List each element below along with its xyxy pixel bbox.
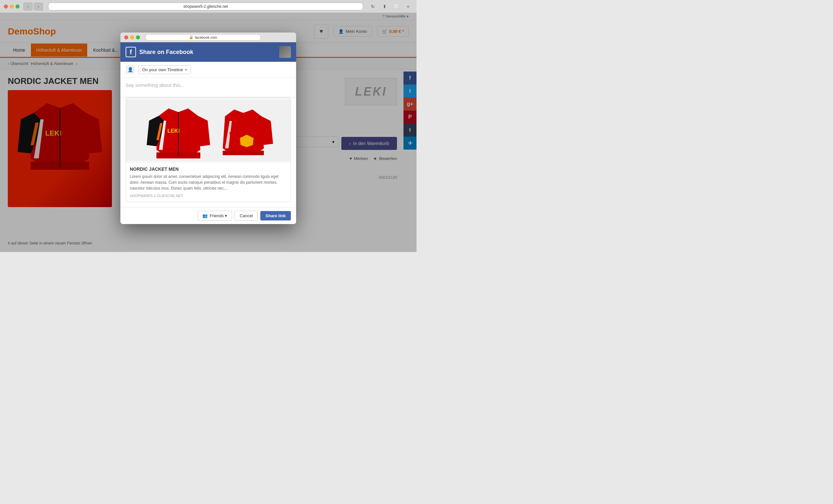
fb-friends-button[interactable]: 👥 Friends ▾ [197,211,232,221]
minimize-dot[interactable] [10,4,14,8]
timeline-label: On your own Timeline [142,67,183,72]
maximize-dot[interactable] [16,4,20,8]
mac-minimize-dot[interactable] [130,35,134,39]
product-card-body: NORDIC JACKET MEN Lorem ipsum dolor sit … [126,162,291,202]
friends-icon: 👥 [203,213,208,218]
fb-share-button[interactable]: Share link [260,211,291,221]
fb-cancel-button[interactable]: Cancel [235,211,257,221]
product-card-illustration: LEKI [126,98,291,162]
mac-window-dots [124,35,140,39]
timeline-icon: 👤 [126,65,135,74]
svg-text:LEKI: LEKI [167,128,180,134]
fb-dialog: f Share on Facebook 👤 On your own Timeli… [120,42,296,224]
fb-product-card: LEKI [126,97,291,202]
product-card-url: SHOPWARE5-2.GLIESCHE.NET [130,194,287,198]
product-card-image: LEKI [126,98,291,162]
chevron-down-icon: ▾ [185,68,187,72]
browser-dots [4,4,20,8]
facebook-logo: f [126,47,136,57]
fb-dialog-title: Share on Facebook [139,49,193,56]
fb-header: f Share on Facebook [120,42,296,62]
facebook-modal: 🔒 facebook.com f Share on Facebook 👤 [120,32,296,224]
say-something-placeholder[interactable]: Say something about this... [126,82,185,88]
timeline-dropdown[interactable]: On your own Timeline ▾ [138,65,191,74]
fb-footer: 👥 Friends ▾ Cancel Share link [120,207,296,224]
mac-maximize-dot[interactable] [136,35,140,39]
browser-actions: ↻ ⬆ ⬜ + [368,3,412,10]
fb-header-left: f Share on Facebook [126,47,193,57]
fb-user-avatar [279,46,291,58]
modal-url-bar: 🔒 facebook.com [145,34,261,41]
avatar-image [279,46,291,58]
mac-close-dot[interactable] [124,35,128,39]
mac-window-bar: 🔒 facebook.com [120,32,296,42]
refresh-button[interactable]: ↻ [368,3,377,10]
browser-chrome: ‹ › shopware5-2.gliesche.net ↻ ⬆ ⬜ + [0,0,416,13]
forward-button[interactable]: › [34,3,43,10]
product-card-title: NORDIC JACKET MEN [130,167,287,172]
fb-timeline-bar: 👤 On your own Timeline ▾ [120,62,296,78]
modal-url-text: facebook.com [195,35,217,39]
close-dot[interactable] [4,4,8,8]
more-button[interactable]: + [404,3,412,10]
lock-icon: 🔒 [189,35,194,39]
share-browser-button[interactable]: ⬆ [380,3,389,10]
url-text: shopware5-2.gliesche.net [184,4,228,9]
shop-page: ? Service/Hilfe ▾ DemoShop ♥ 👤 Mein Kont… [0,13,416,252]
product-card-description: Lorem ipsum dolor sit amet, consectetuer… [130,174,287,191]
browser-nav: ‹ › [23,3,43,10]
fb-say-something-area: Say something about this... [120,78,296,97]
svg-rect-22 [223,151,264,155]
back-button[interactable]: ‹ [23,3,32,10]
new-tab-button[interactable]: ⬜ [392,3,401,10]
url-bar[interactable]: shopware5-2.gliesche.net [48,3,363,10]
person-icon: 👤 [127,67,133,72]
